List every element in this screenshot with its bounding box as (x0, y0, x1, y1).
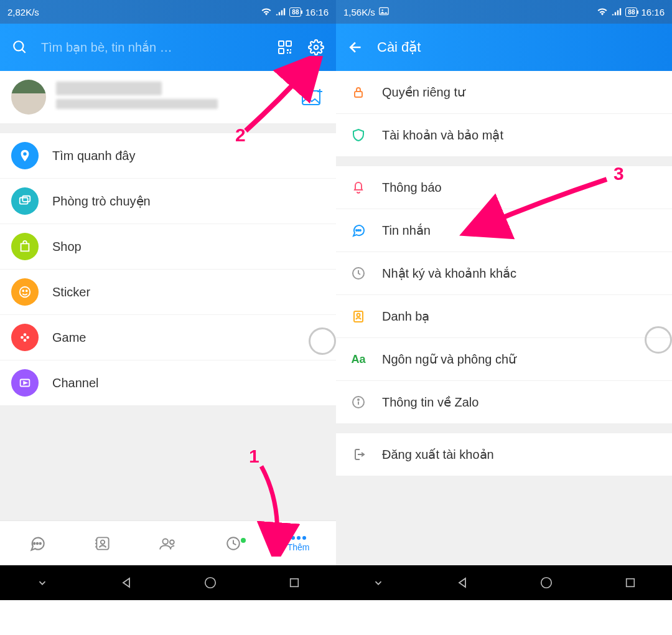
nav-groups[interactable] (136, 535, 201, 552)
svg-point-31 (170, 540, 174, 544)
gamepad-icon (11, 324, 39, 351)
phone-right: 1,56K/s 88 16:16 Cài đặt (336, 0, 672, 600)
profile-name-obscured (56, 82, 290, 113)
svg-point-34 (297, 536, 301, 540)
android-nav-bar (0, 565, 336, 600)
search-icon[interactable] (10, 37, 30, 57)
nav-contacts[interactable] (70, 535, 136, 552)
gear-icon[interactable] (306, 37, 326, 57)
bell-icon (350, 179, 367, 196)
svg-point-23 (37, 542, 38, 543)
svg-rect-8 (289, 52, 291, 54)
menu-game[interactable]: Game (0, 315, 336, 360)
clock-time: 16:16 (641, 7, 665, 17)
battery-icon: 88 (289, 7, 301, 17)
location-pin-icon (11, 142, 39, 169)
settings-messages[interactable]: Tin nhắn (336, 209, 672, 252)
svg-rect-52 (626, 579, 634, 587)
menu-sticker[interactable]: Sticker (0, 270, 336, 315)
notification-dot (241, 538, 246, 543)
nav-messages[interactable] (5, 535, 70, 552)
settings-group-privacy: Quyền riêng tư Tài khoản và bảo mật (336, 71, 672, 156)
floating-button[interactable] (309, 327, 336, 355)
svg-point-18 (21, 336, 24, 339)
settings-about[interactable]: Thông tin về Zalo (336, 381, 672, 423)
clock-icon (350, 265, 367, 282)
settings-security[interactable]: Tài khoản và bảo mật (336, 114, 672, 156)
gallery-add-icon[interactable] (300, 87, 325, 107)
menu-shop[interactable]: Shop (0, 224, 336, 270)
signal-icon (276, 7, 286, 17)
battery-icon: 88 (625, 7, 637, 17)
settings-timeline[interactable]: Nhật ký và khoảnh khắc (336, 252, 672, 295)
svg-rect-37 (290, 579, 298, 587)
search-input[interactable]: Tìm bạn bè, tin nhắn … (41, 40, 264, 55)
search-header: Tìm bạn bè, tin nhắn … (0, 24, 336, 71)
svg-point-24 (40, 542, 41, 543)
nav-timeline[interactable] (200, 535, 266, 552)
android-nav-bar (336, 565, 672, 600)
svg-point-9 (314, 45, 319, 50)
svg-rect-7 (287, 52, 288, 54)
svg-point-39 (381, 9, 383, 11)
svg-point-51 (541, 578, 551, 588)
svg-point-14 (20, 287, 30, 298)
svg-point-20 (24, 339, 27, 342)
menu-channel[interactable]: Channel (0, 360, 336, 405)
svg-point-30 (162, 539, 168, 544)
profile-row[interactable] (0, 71, 336, 123)
network-speed: 1,56K/s (343, 7, 375, 17)
contact-icon (350, 308, 367, 325)
android-recent-icon[interactable] (286, 575, 302, 591)
floating-button[interactable] (645, 326, 672, 354)
svg-rect-25 (97, 537, 109, 549)
page-title: Cài đặt (377, 39, 421, 55)
svg-rect-40 (355, 92, 362, 97)
svg-rect-2 (279, 41, 284, 46)
android-recent-icon[interactable] (622, 575, 638, 591)
settings-language[interactable]: Aa Ngôn ngữ và phông chữ (336, 338, 672, 381)
svg-rect-12 (20, 198, 28, 204)
settings-contacts[interactable]: Danh bạ (336, 295, 672, 338)
message-icon (350, 222, 367, 239)
svg-point-46 (357, 314, 360, 317)
svg-point-17 (24, 333, 27, 336)
svg-point-33 (291, 536, 295, 540)
shield-icon (350, 126, 367, 144)
android-home-icon[interactable] (538, 575, 554, 591)
svg-point-35 (302, 536, 306, 540)
settings-group-general: Thông báo Tin nhắn Nhật ký và khoảnh khắ… (336, 166, 672, 423)
svg-rect-3 (286, 41, 291, 46)
svg-point-0 (14, 41, 23, 50)
svg-point-19 (26, 336, 29, 339)
svg-point-15 (22, 290, 24, 291)
settings-privacy[interactable]: Quyền riêng tư (336, 71, 672, 114)
nav-more[interactable]: Thêm (266, 535, 331, 552)
tv-icon (11, 369, 39, 397)
svg-point-16 (26, 290, 27, 291)
svg-rect-10 (302, 91, 320, 105)
android-expand-icon[interactable] (34, 575, 50, 591)
info-icon (350, 393, 367, 411)
android-back-icon[interactable] (118, 575, 134, 591)
svg-rect-6 (290, 49, 291, 50)
settings-notifications[interactable]: Thông báo (336, 166, 672, 209)
android-back-icon[interactable] (454, 575, 470, 591)
android-expand-icon[interactable] (370, 575, 386, 591)
signal-icon (612, 7, 622, 17)
menu-find-nearby[interactable]: Tìm quanh đây (0, 133, 336, 179)
more-menu-list: Tìm quanh đây Phòng trò chuyện Shop Stic… (0, 133, 336, 405)
svg-point-41 (356, 230, 357, 231)
phone-left: 2,82K/s 88 16:16 Tìm bạn bè, tin nhắn … (0, 0, 336, 600)
avatar (11, 80, 46, 115)
qr-icon[interactable] (275, 37, 295, 57)
menu-chat-room[interactable]: Phòng trò chuyện (0, 179, 336, 224)
svg-point-42 (358, 230, 359, 231)
smile-icon (11, 278, 39, 306)
svg-point-36 (205, 578, 215, 588)
android-home-icon[interactable] (202, 575, 218, 591)
svg-line-1 (22, 49, 25, 52)
svg-point-22 (34, 542, 35, 543)
back-icon[interactable] (346, 37, 366, 57)
settings-logout[interactable]: Đăng xuất tài khoản (336, 433, 672, 476)
